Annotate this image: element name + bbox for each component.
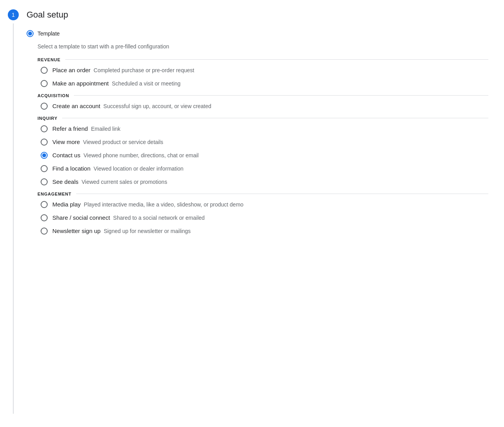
- option-name-newsletter-sign-up: Newsletter sign up: [52, 228, 100, 234]
- option-desc-see-deals: Viewed current sales or promotions: [82, 179, 167, 185]
- category-header-revenue: REVENUE: [38, 57, 488, 62]
- option-desc-newsletter-sign-up: Signed up for newsletter or mailings: [104, 228, 191, 234]
- template-section: Template Select a template to start with…: [27, 30, 488, 50]
- option-desc-make-an-appointment: Scheduled a visit or meeting: [112, 80, 181, 87]
- option-row-refer-a-friend[interactable]: Refer a friendEmailed link: [41, 125, 488, 132]
- option-row-see-deals[interactable]: See dealsViewed current sales or promoti…: [41, 178, 488, 185]
- category-header-engagement: ENGAGEMENT: [38, 192, 488, 196]
- option-name-make-an-appointment: Make an appointment: [52, 80, 109, 87]
- radio-newsletter-sign-up[interactable]: [41, 228, 48, 235]
- option-desc-refer-a-friend: Emailed link: [91, 126, 120, 132]
- category-header-inquiry: INQUIRY: [38, 116, 488, 121]
- option-desc-view-more: Viewed product or service details: [83, 139, 163, 145]
- page-title: Goal setup: [27, 9, 488, 21]
- option-row-newsletter-sign-up[interactable]: Newsletter sign upSigned up for newslett…: [41, 228, 488, 235]
- option-name-create-an-account: Create an account: [52, 103, 100, 109]
- radio-refer-a-friend[interactable]: [41, 125, 48, 132]
- option-row-create-an-account[interactable]: Create an accountSuccessful sign up, acc…: [41, 103, 488, 110]
- radio-make-an-appointment[interactable]: [41, 80, 48, 87]
- radio-find-a-location[interactable]: [41, 165, 48, 172]
- category-header-acquisition: ACQUISITION: [38, 93, 488, 98]
- radio-see-deals[interactable]: [41, 178, 48, 185]
- template-radio[interactable]: [27, 30, 34, 37]
- category-label-engagement: ENGAGEMENT: [38, 192, 76, 196]
- radio-create-an-account[interactable]: [41, 103, 48, 110]
- template-radio-row[interactable]: Template: [27, 30, 488, 37]
- main-content: Goal setup Template Select a template to…: [27, 9, 504, 414]
- category-inquiry: INQUIRYRefer a friendEmailed linkView mo…: [38, 116, 488, 185]
- option-desc-contact-us: Viewed phone number, directions, chat or…: [84, 152, 199, 158]
- radio-place-an-order[interactable]: [41, 67, 48, 74]
- step-line: [13, 23, 14, 414]
- category-label-acquisition: ACQUISITION: [38, 93, 74, 98]
- option-desc-place-an-order: Completed purchase or pre-order request: [94, 67, 195, 73]
- template-description: Select a template to start with a pre-fi…: [38, 43, 488, 50]
- option-desc-media-play: Played interactive media, like a video, …: [84, 201, 244, 208]
- step-indicator: 1: [0, 9, 27, 414]
- option-name-view-more: View more: [52, 139, 80, 145]
- option-name-share-social-connect: Share / social connect: [52, 214, 110, 221]
- category-line-inquiry: [62, 118, 488, 118]
- radio-media-play[interactable]: [41, 201, 48, 208]
- template-label: Template: [38, 30, 60, 37]
- option-name-contact-us: Contact us: [52, 152, 80, 158]
- options-container: REVENUEPlace an orderCompleted purchase …: [38, 57, 488, 235]
- category-line-revenue: [65, 59, 488, 60]
- option-desc-create-an-account: Successful sign up, account, or view cre…: [104, 103, 211, 109]
- category-line-acquisition: [74, 95, 488, 96]
- option-row-contact-us[interactable]: Contact usViewed phone number, direction…: [41, 152, 488, 159]
- category-line-engagement: [76, 194, 488, 194]
- option-name-refer-a-friend: Refer a friend: [52, 125, 88, 132]
- radio-share-social-connect[interactable]: [41, 214, 48, 221]
- category-acquisition: ACQUISITIONCreate an accountSuccessful s…: [38, 93, 488, 110]
- step-number: 1: [8, 9, 19, 20]
- category-label-revenue: REVENUE: [38, 57, 65, 62]
- option-name-media-play: Media play: [52, 201, 81, 208]
- option-name-see-deals: See deals: [52, 178, 79, 185]
- option-row-place-an-order[interactable]: Place an orderCompleted purchase or pre-…: [41, 67, 488, 74]
- option-row-make-an-appointment[interactable]: Make an appointmentScheduled a visit or …: [41, 80, 488, 87]
- option-row-view-more[interactable]: View moreViewed product or service detai…: [41, 139, 488, 146]
- radio-view-more[interactable]: [41, 139, 48, 146]
- category-label-inquiry: INQUIRY: [38, 116, 62, 121]
- option-desc-find-a-location: Viewed location or dealer information: [94, 165, 184, 172]
- option-row-share-social-connect[interactable]: Share / social connectShared to a social…: [41, 214, 488, 221]
- radio-contact-us[interactable]: [41, 152, 48, 159]
- option-row-find-a-location[interactable]: Find a locationViewed location or dealer…: [41, 165, 488, 172]
- option-name-place-an-order: Place an order: [52, 67, 91, 73]
- option-row-media-play[interactable]: Media playPlayed interactive media, like…: [41, 201, 488, 208]
- category-engagement: ENGAGEMENTMedia playPlayed interactive m…: [38, 192, 488, 235]
- option-name-find-a-location: Find a location: [52, 165, 91, 172]
- option-desc-share-social-connect: Shared to a social network or emailed: [113, 215, 205, 221]
- category-revenue: REVENUEPlace an orderCompleted purchase …: [38, 57, 488, 87]
